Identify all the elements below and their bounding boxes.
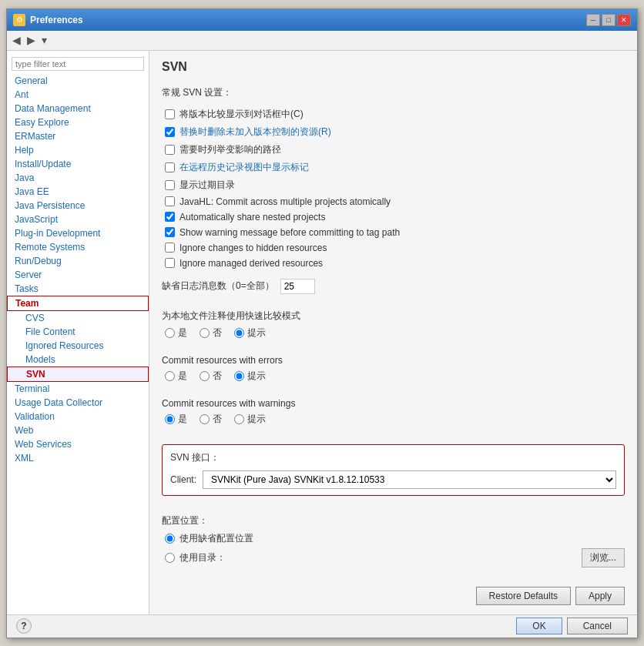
local-annotation-no[interactable]: 否 — [200, 326, 222, 340]
checkbox-5[interactable] — [165, 196, 175, 206]
config-dir-radio[interactable] — [165, 553, 175, 563]
sidebar-item-team[interactable]: Team — [7, 296, 149, 311]
checkbox-0[interactable] — [165, 109, 175, 119]
checkbox-row-0: 将版本比较显示到对话框中(C) — [162, 108, 625, 121]
commit-errors-section: Commit resources with errors 是 否 提示 — [162, 355, 625, 383]
sidebar-item-ignored-resources[interactable]: Ignored Resources — [7, 339, 149, 353]
sidebar-item-validation[interactable]: Validation — [7, 410, 149, 423]
checkbox-label-7: Show warning message before committing t… — [179, 227, 400, 238]
window-title: Preferences — [30, 15, 83, 25]
sidebar-item-run-debug[interactable]: Run/Debug — [7, 254, 149, 268]
back-button[interactable]: ◀ — [10, 32, 23, 48]
checkbox-row-7: Show warning message before committing t… — [162, 227, 625, 238]
checkbox-7[interactable] — [165, 227, 175, 237]
sidebar-item-web-services[interactable]: Web Services — [7, 437, 149, 451]
commit-errors-yes[interactable]: 是 — [165, 370, 187, 383]
client-select[interactable]: SVNKit (Pure Java) SVNKit v1.8.12.10533 — [203, 470, 616, 489]
local-annotation-yes[interactable]: 是 — [165, 326, 187, 340]
local-annotation-section: 为本地文件注释使用快速比较模式 是 否 提示 — [162, 310, 625, 340]
commit-errors-prompt[interactable]: 提示 — [234, 370, 266, 383]
log-count-input[interactable]: 25 — [280, 279, 315, 294]
window-controls: ─ □ ✕ — [586, 14, 631, 26]
sidebar-item-easy-explore[interactable]: Easy Explore — [7, 115, 149, 129]
checkbox-6[interactable] — [165, 212, 175, 222]
checkbox-row-3: 在远程历史记录视图中显示标记 — [162, 161, 625, 174]
main-content: General Ant Data Management Easy Explore… — [7, 51, 637, 614]
sidebar-item-server[interactable]: Server — [7, 268, 149, 282]
sidebar-item-terminal[interactable]: Terminal — [7, 382, 149, 396]
title-bar: ⚙ Preferences ─ □ ✕ — [7, 9, 637, 31]
sidebar-item-java-ee[interactable]: Java EE — [7, 185, 149, 199]
client-row: Client: SVNKit (Pure Java) SVNKit v1.8.1… — [170, 470, 616, 489]
sidebar-item-svn[interactable]: SVN — [7, 367, 149, 382]
svn-interface-box: SVN 接口： Client: SVNKit (Pure Java) SVNKi… — [162, 444, 625, 496]
checkbox-9[interactable] — [165, 258, 175, 268]
close-button[interactable]: ✕ — [617, 14, 631, 26]
minimize-button[interactable]: ─ — [586, 14, 600, 26]
commit-warnings-no[interactable]: 否 — [200, 413, 222, 426]
panel-title: SVN — [162, 60, 625, 74]
maximize-button[interactable]: □ — [602, 14, 615, 26]
restore-defaults-button[interactable]: Restore Defaults — [476, 587, 571, 605]
footer-bar: ? OK Cancel — [7, 614, 637, 638]
apply-button[interactable]: Apply — [575, 587, 625, 605]
sidebar-item-tasks[interactable]: Tasks — [7, 282, 149, 296]
commit-warnings-yes[interactable]: 是 — [165, 413, 187, 426]
checkbox-label-5: JavaHL: Commit across multiple projects … — [179, 196, 391, 207]
config-radio-dir: 使用目录： 浏览... — [162, 548, 625, 567]
config-default-label: 使用缺省配置位置 — [179, 532, 253, 545]
config-default-radio[interactable] — [165, 534, 175, 544]
sidebar-item-web[interactable]: Web — [7, 423, 149, 437]
config-radio-default: 使用缺省配置位置 — [162, 532, 625, 545]
sidebar-item-remote-systems[interactable]: Remote Systems — [7, 240, 149, 254]
checkbox-row-1: 替换时删除未加入版本控制的资源(R) — [162, 126, 625, 139]
sidebar-item-file-content[interactable]: File Content — [7, 325, 149, 339]
sidebar-item-xml[interactable]: XML — [7, 451, 149, 465]
commit-warnings-prompt[interactable]: 提示 — [234, 413, 266, 426]
sidebar-item-general[interactable]: General — [7, 74, 149, 88]
commit-warnings-section: Commit resources with warnings 是 否 提示 — [162, 398, 625, 426]
ok-button[interactable]: OK — [516, 618, 562, 634]
checkbox-row-5: JavaHL: Commit across multiple projects … — [162, 196, 625, 207]
help-button[interactable]: ? — [16, 618, 32, 634]
sidebar-item-help[interactable]: Help — [7, 143, 149, 157]
sidebar-item-usage-data[interactable]: Usage Data Collector — [7, 396, 149, 410]
sidebar-item-ant[interactable]: Ant — [7, 88, 149, 102]
window-icon: ⚙ — [13, 14, 25, 26]
dropdown-button[interactable]: ▾ — [39, 32, 49, 48]
checkbox-4[interactable] — [165, 180, 175, 190]
log-count-row: 缺省日志消息数（0=全部） 25 — [162, 279, 625, 294]
sidebar-item-cvs[interactable]: CVS — [7, 311, 149, 325]
config-dir-label: 使用目录： — [179, 551, 226, 564]
checkbox-label-2: 需要时列举变影响的路径 — [179, 143, 281, 156]
forward-button[interactable]: ▶ — [25, 32, 38, 48]
sidebar-item-javascript[interactable]: JavaScript — [7, 213, 149, 226]
checkbox-row-2: 需要时列举变影响的路径 — [162, 143, 625, 156]
sidebar-item-plugin-dev[interactable]: Plug-in Development — [7, 226, 149, 240]
sidebar-item-java-persistence[interactable]: Java Persistence — [7, 199, 149, 213]
commit-errors-radios: 是 否 提示 — [162, 370, 625, 383]
general-settings-label: 常规 SVN 设置： — [162, 86, 625, 99]
checkbox-row-6: Automatically share nested projects — [162, 212, 625, 223]
checkbox-label-9: Ignore managed derived resources — [179, 258, 323, 269]
right-panel: SVN 常规 SVN 设置： 将版本比较显示到对话框中(C) 替换时删除未加入版… — [149, 51, 637, 614]
local-annotation-radios: 是 否 提示 — [162, 326, 625, 340]
sidebar-item-models[interactable]: Models — [7, 353, 149, 367]
browse-button[interactable]: 浏览... — [582, 548, 625, 567]
sidebar-item-data-management[interactable]: Data Management — [7, 102, 149, 115]
sidebar-item-ermaster[interactable]: ERMaster — [7, 129, 149, 143]
sidebar-item-java[interactable]: Java — [7, 171, 149, 185]
checkbox-label-6: Automatically share nested projects — [179, 212, 325, 223]
checkbox-2[interactable] — [165, 145, 175, 155]
left-panel: General Ant Data Management Easy Explore… — [7, 51, 149, 614]
local-annotation-prompt[interactable]: 提示 — [234, 326, 266, 340]
checkbox-8[interactable] — [165, 243, 175, 253]
commit-errors-no[interactable]: 否 — [200, 370, 222, 383]
checkbox-3[interactable] — [165, 162, 175, 172]
sidebar-item-install-update[interactable]: Install/Update — [7, 157, 149, 171]
client-label: Client: — [170, 474, 196, 485]
commit-errors-label: Commit resources with errors — [162, 355, 625, 366]
checkbox-1[interactable] — [165, 127, 175, 137]
cancel-button[interactable]: Cancel — [567, 618, 628, 634]
filter-input[interactable] — [12, 57, 144, 71]
